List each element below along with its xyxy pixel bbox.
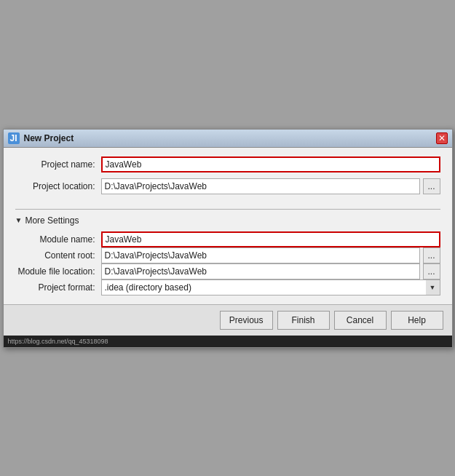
project-format-select[interactable]: .idea (directory based)Eclipse (.classpa…	[101, 279, 440, 295]
project-location-input[interactable]	[101, 178, 420, 194]
dialog-footer: Previous Finish Cancel Help https://blog…	[4, 304, 452, 347]
title-bar: JI New Project ✕	[4, 130, 452, 148]
module-file-location-input[interactable]	[101, 263, 420, 279]
content-root-input[interactable]	[101, 247, 420, 263]
more-settings-label: More Settings	[25, 215, 79, 226]
module-file-location-browse-button[interactable]: ...	[423, 263, 440, 279]
project-location-field-group: ...	[101, 178, 440, 194]
dialog-body: Project name: Project location: ... ▼ Mo…	[4, 148, 452, 304]
module-file-location-label: Module file location:	[15, 266, 95, 277]
cancel-button[interactable]: Cancel	[334, 311, 387, 330]
project-name-label: Project name:	[15, 159, 95, 170]
content-root-browse-button[interactable]: ...	[423, 247, 440, 263]
project-format-row: Project format: .idea (directory based)E…	[15, 279, 440, 295]
finish-button[interactable]: Finish	[277, 311, 330, 330]
module-name-label: Module name:	[15, 234, 95, 245]
module-file-location-field-group: ...	[101, 263, 440, 279]
help-button[interactable]: Help	[391, 311, 443, 330]
project-name-input[interactable]	[101, 156, 440, 172]
content-root-label: Content root:	[15, 250, 95, 261]
project-location-row: Project location: ...	[15, 178, 440, 194]
project-location-browse-button[interactable]: ...	[423, 178, 440, 194]
content-root-row: Content root: ...	[15, 247, 440, 263]
project-format-label: Project format:	[15, 282, 95, 293]
project-name-row: Project name:	[15, 156, 440, 172]
close-button[interactable]: ✕	[436, 132, 448, 144]
project-format-select-wrapper: .idea (directory based)Eclipse (.classpa…	[101, 279, 440, 295]
module-name-row: Module name:	[15, 231, 440, 247]
content-root-field-group: ...	[101, 247, 440, 263]
dialog-icon: JI	[8, 132, 20, 144]
module-name-input[interactable]	[101, 231, 440, 247]
module-file-location-row: Module file location: ...	[15, 263, 440, 279]
more-settings-section: ▼ More Settings Module name: Content roo…	[15, 209, 440, 295]
more-settings-toggle[interactable]: ▼ More Settings	[15, 215, 440, 226]
project-location-label: Project location:	[15, 181, 95, 191]
new-project-dialog: JI New Project ✕ Project name: Project l…	[3, 129, 453, 348]
dialog-title: New Project	[24, 133, 432, 143]
footer-buttons: Previous Finish Cancel Help	[4, 304, 452, 336]
watermark-text: https://blog.csdn.net/qq_45318098	[8, 338, 108, 345]
collapse-arrow-icon: ▼	[15, 216, 23, 224]
previous-button[interactable]: Previous	[220, 311, 273, 330]
watermark-bar: https://blog.csdn.net/qq_45318098	[4, 336, 452, 347]
